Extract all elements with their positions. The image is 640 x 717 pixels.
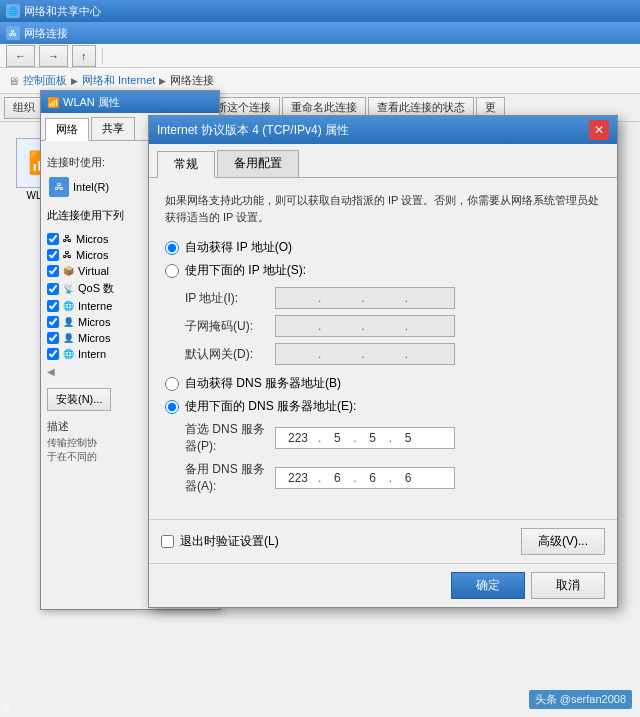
ip-dot-2: . — [361, 291, 364, 305]
preferred-dns-label: 首选 DNS 服务器(P): — [185, 421, 275, 455]
alternate-dns-d[interactable]: 6 — [394, 471, 422, 485]
ip-input-group: . . . — [275, 287, 455, 309]
dialog-buttons: 确定 取消 — [149, 563, 617, 607]
ip-c[interactable] — [367, 291, 403, 305]
organize-btn[interactable]: 组织 — [4, 97, 44, 119]
nav-toolbar: ← → ↑ — [0, 44, 640, 68]
advanced-btn[interactable]: 高级(V)... — [521, 528, 605, 555]
auto-dns-radio[interactable] — [165, 377, 179, 391]
ok-btn[interactable]: 确定 — [451, 572, 525, 599]
ip-a[interactable] — [280, 291, 316, 305]
taskbar-num: 2 — [4, 701, 10, 713]
tcp-dialog-title: Internet 协议版本 4 (TCP/IPv4) 属性 — [157, 122, 349, 139]
wlan-tab-network[interactable]: 网络 — [45, 118, 89, 141]
tcp-description: 如果网络支持此功能，则可以获取自动指派的 IP 设置。否则，你需要从网络系统管理… — [165, 192, 601, 225]
subnet-label: 子网掩码(U): — [185, 318, 275, 335]
manual-dns-radio[interactable] — [165, 400, 179, 414]
adapter-name: Intel(R) — [73, 181, 109, 193]
ip-form: IP 地址(I): . . . 子网掩码(U): . . — [185, 287, 601, 365]
dns-section: 自动获得 DNS 服务器地址(B) 使用下面的 DNS 服务器地址(E): 首选… — [165, 375, 601, 495]
alternate-dns-input-group: 223 . 6 . 6 . 6 — [275, 467, 455, 489]
preferred-dns-b[interactable]: 5 — [323, 431, 351, 445]
dns-form: 首选 DNS 服务器(P): 223 . 5 . 5 . 5 备用 DNS 服务… — [185, 421, 601, 495]
tcp-tab-general[interactable]: 常规 — [157, 151, 215, 178]
auto-ip-radio[interactable] — [165, 241, 179, 255]
tcp-tab-alternate[interactable]: 备用配置 — [217, 150, 299, 177]
network-conn-title: 网络连接 — [24, 26, 68, 41]
breadcrumb-sep1: ▶ — [71, 76, 78, 86]
breadcrumb-part2[interactable]: 网络和 Internet — [82, 73, 155, 88]
tcp-close-btn[interactable]: ✕ — [589, 120, 609, 140]
ip-label: IP 地址(I): — [185, 290, 275, 307]
checkbox-6[interactable] — [47, 316, 59, 328]
gateway-c[interactable] — [367, 347, 403, 361]
gateway-row: 默认网关(D): . . . — [185, 343, 601, 365]
gateway-b[interactable] — [323, 347, 359, 361]
gateway-input-group: . . . — [275, 343, 455, 365]
preferred-dns-a[interactable]: 223 — [280, 431, 316, 445]
cancel-btn[interactable]: 取消 — [531, 572, 605, 599]
network-conn-titlebar: 🖧 网络连接 — [0, 22, 640, 44]
gateway-a[interactable] — [280, 347, 316, 361]
checkbox-3[interactable] — [47, 265, 59, 277]
auto-ip-radio-item: 自动获得 IP 地址(O) — [165, 239, 601, 256]
network-conn-icon: 🖧 — [6, 26, 20, 40]
checkbox-label-1: Micros — [76, 233, 108, 245]
breadcrumb-sep2: ▶ — [159, 76, 166, 86]
wlan-tab-share[interactable]: 共享 — [91, 117, 135, 140]
gateway-d[interactable] — [410, 347, 446, 361]
subnet-c[interactable] — [367, 319, 403, 333]
checkbox-label-4: QoS 数 — [78, 281, 114, 296]
wlan-dialog-title: WLAN 属性 — [63, 95, 120, 110]
network-share-titlebar: 🌐 网络和共享中心 — [0, 0, 640, 22]
breadcrumb-part1[interactable]: 控制面板 — [23, 73, 67, 88]
alternate-dns-b[interactable]: 6 — [323, 471, 351, 485]
checkbox-label-8: Intern — [78, 348, 106, 360]
subnet-d[interactable] — [410, 319, 446, 333]
alternate-dns-row: 备用 DNS 服务器(A): 223 . 6 . 6 . 6 — [185, 461, 601, 495]
breadcrumb-part3: 网络连接 — [170, 73, 214, 88]
subnet-a[interactable] — [280, 319, 316, 333]
validate-label: 退出时验证设置(L) — [180, 533, 279, 550]
manual-dns-label: 使用下面的 DNS 服务器地址(E): — [185, 398, 356, 415]
checkbox-4[interactable] — [47, 283, 59, 295]
up-btn[interactable]: ↑ — [72, 45, 96, 67]
gateway-label: 默认网关(D): — [185, 346, 275, 363]
ip-d[interactable] — [410, 291, 446, 305]
preferred-dns-c[interactable]: 5 — [359, 431, 387, 445]
manual-ip-radio-item: 使用下面的 IP 地址(S): — [165, 262, 601, 279]
ip-dot-3: . — [405, 291, 408, 305]
validate-checkbox[interactable] — [161, 535, 174, 548]
alternate-dns-label: 备用 DNS 服务器(A): — [185, 461, 275, 495]
checkbox-label-2: Micros — [76, 249, 108, 261]
back-btn[interactable]: ← — [6, 45, 35, 67]
alternate-dns-c[interactable]: 6 — [359, 471, 387, 485]
manual-ip-radio[interactable] — [165, 264, 179, 278]
forward-btn[interactable]: → — [39, 45, 68, 67]
checkbox-7[interactable] — [47, 332, 59, 344]
tcp-tabs: 常规 备用配置 — [149, 144, 617, 178]
ip-b[interactable] — [323, 291, 359, 305]
adapter-icon: 🖧 — [49, 177, 69, 197]
subnet-input-group: . . . — [275, 315, 455, 337]
install-btn[interactable]: 安装(N)... — [47, 388, 111, 411]
checkbox-8[interactable] — [47, 348, 59, 360]
checkbox-1[interactable] — [47, 233, 59, 245]
manual-ip-label: 使用下面的 IP 地址(S): — [185, 262, 306, 279]
validate-checkbox-group: 退出时验证设置(L) — [161, 533, 279, 550]
network-icon: 🌐 — [6, 4, 20, 18]
subnet-b[interactable] — [323, 319, 359, 333]
tcp-titlebar: Internet 协议版本 4 (TCP/IPv4) 属性 ✕ — [149, 116, 617, 144]
manual-dns-radio-item: 使用下面的 DNS 服务器地址(E): — [165, 398, 601, 415]
wlan-titlebar: 📶 WLAN 属性 — [41, 91, 219, 113]
checkbox-label-3: Virtual — [78, 265, 109, 277]
auto-ip-label: 自动获得 IP 地址(O) — [185, 239, 292, 256]
ip-dot-1: . — [318, 291, 321, 305]
tcp-dialog: Internet 协议版本 4 (TCP/IPv4) 属性 ✕ 常规 备用配置 … — [148, 115, 618, 608]
checkbox-5[interactable] — [47, 300, 59, 312]
watermark: 头条 @serfan2008 — [529, 690, 632, 709]
alternate-dns-a[interactable]: 223 — [280, 471, 316, 485]
preferred-dns-d[interactable]: 5 — [394, 431, 422, 445]
subnet-row: 子网掩码(U): . . . — [185, 315, 601, 337]
checkbox-2[interactable] — [47, 249, 59, 261]
